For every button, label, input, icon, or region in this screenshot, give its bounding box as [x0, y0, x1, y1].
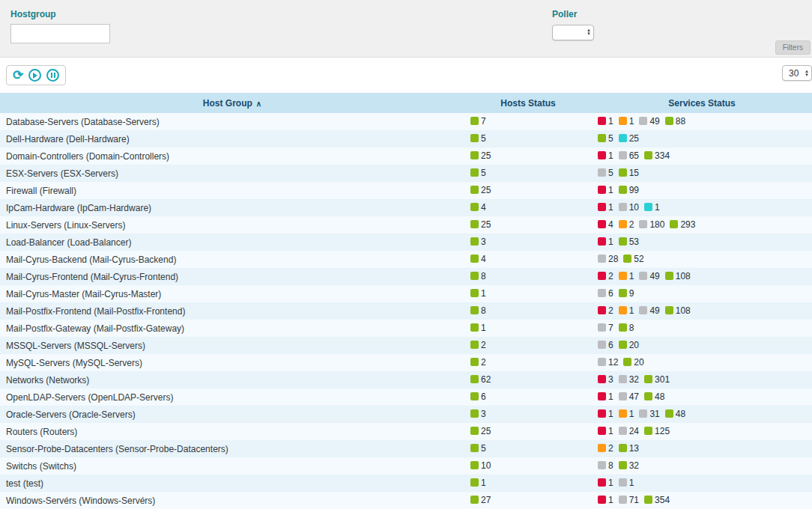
unknown-status-badge: 24 [619, 426, 639, 436]
hostgroup-link[interactable]: ESX-Servers (ESX-Servers) [6, 168, 118, 179]
services-status-cell: 171354 [592, 492, 812, 509]
ok-square-icon [665, 272, 673, 280]
hostgroup-link[interactable]: Switchs (Switchs) [6, 461, 76, 472]
hostgroup-link[interactable]: Mail-Cyrus-Master (Mail-Cyrus-Master) [6, 289, 161, 299]
poller-select[interactable]: ▲▼ [552, 25, 594, 40]
status-count: 49 [649, 271, 659, 281]
hostgroup-input[interactable] [10, 24, 110, 43]
table-row: Mail-Cyrus-Master (Mail-Cyrus-Master)169 [0, 285, 812, 302]
hostgroup-link[interactable]: Oracle-Servers (Oracle-Servers) [6, 409, 136, 420]
host-group-header[interactable]: Host Group∧ [0, 93, 464, 113]
status-count: 1 [608, 426, 613, 436]
critical-square-icon [598, 203, 606, 211]
hostgroup-link[interactable]: Mail-Postfix-Frontend (Mail-Postfix-Fron… [6, 306, 185, 317]
pause-button[interactable] [46, 69, 59, 82]
services-status-cell: 124125 [592, 423, 812, 440]
hostgroup-link[interactable]: Linux-Servers (Linux-Servers) [6, 220, 125, 231]
hostgroup-link[interactable]: IpCam-Hardware (IpCam-Hardware) [6, 203, 151, 213]
status-count: 13 [629, 443, 639, 454]
critical-status-badge: 1 [598, 202, 613, 213]
status-count: 32 [629, 460, 639, 471]
status-count: 25 [481, 150, 491, 161]
unknown-status-badge: 8 [598, 460, 613, 471]
unknown-square-icon [619, 151, 627, 159]
hosts-status-header[interactable]: Hosts Status [464, 93, 592, 113]
up-status-badge: 1 [470, 323, 486, 333]
hostgroup-link[interactable]: Mail-Cyrus-Frontend (Mail-Cyrus-Frontend… [6, 272, 178, 282]
status-count: 53 [629, 237, 639, 247]
pending-status-badge: 1 [644, 202, 660, 213]
critical-square-icon [598, 409, 606, 418]
status-count: 99 [629, 185, 639, 195]
critical-status-badge: 1 [598, 237, 613, 247]
status-count: 15 [629, 168, 639, 178]
hostgroup-status-table: Host Group∧ Hosts Status Services Status… [0, 93, 812, 509]
warning-square-icon [598, 444, 606, 452]
status-count: 1 [608, 116, 613, 127]
hostgroup-link[interactable]: Database-Servers (Database-Servers) [6, 117, 160, 127]
status-count: 24 [629, 426, 639, 436]
critical-square-icon [598, 117, 606, 125]
services-status-header[interactable]: Services Status [592, 93, 812, 113]
status-count: 10 [629, 202, 639, 213]
hostgroup-link[interactable]: Mail-Postfix-Gateway (Mail-Postfix-Gatew… [6, 323, 184, 334]
hostgroup-link[interactable]: Load-Balancer (Load-Balancer) [6, 237, 131, 248]
up-square-icon [470, 237, 479, 246]
hostgroup-link[interactable]: Mail-Cyrus-Backend (Mail-Cyrus-Backend) [6, 255, 176, 265]
up-status-badge: 8 [470, 305, 486, 316]
hostgroup-link[interactable]: Networks (Networks) [6, 375, 89, 385]
hostgroup-link[interactable]: Sensor-Probe-Datacenters (Sensor-Probe-D… [6, 444, 228, 454]
hostgroup-link[interactable]: OpenLDAP-Servers (OpenLDAP-Servers) [6, 392, 173, 403]
status-count: 1 [608, 185, 613, 195]
hosts-status-cell: 25 [464, 147, 592, 165]
ok-status-badge: 354 [644, 495, 670, 505]
status-count: 2 [608, 305, 613, 316]
hostgroup-link[interactable]: MySQL-Servers (MySQL-Servers) [6, 358, 142, 368]
filters-button[interactable]: Filters [775, 40, 811, 55]
hostgroup-link[interactable]: Dell-Hardware (Dell-Hardware) [6, 134, 130, 144]
rows-per-page-select[interactable]: 30 ▲▼ [782, 65, 812, 81]
play-button[interactable] [28, 69, 41, 82]
status-count: 180 [649, 219, 664, 230]
status-count: 1 [655, 202, 660, 213]
up-square-icon [470, 444, 479, 452]
ok-square-icon [598, 134, 606, 142]
critical-square-icon [598, 237, 606, 246]
services-status-cell: 1101 [592, 199, 812, 216]
up-square-icon [470, 341, 479, 349]
up-square-icon [470, 168, 479, 177]
table-row: Domain-Controllers (Domain-Controllers)2… [0, 147, 812, 165]
hostgroup-link[interactable]: test (test) [6, 478, 43, 489]
unknown-status-badge: 6 [598, 288, 613, 299]
unknown-square-icon [598, 168, 606, 177]
hostgroup-link[interactable]: Windows-Servérs (Windows-Servérs) [6, 496, 155, 506]
up-status-badge: 6 [470, 391, 486, 402]
ok-square-icon [644, 151, 652, 159]
services-status-cell: 78 [592, 320, 812, 337]
hostgroup-link[interactable]: Routers (Routers) [6, 427, 77, 437]
unknown-square-icon [619, 392, 627, 400]
status-count: 65 [629, 150, 639, 161]
status-count: 1 [629, 409, 634, 419]
hosts-status-cell: 5 [464, 165, 592, 182]
status-count: 20 [634, 357, 643, 368]
critical-square-icon [598, 220, 606, 228]
table-row: Dell-Hardware (Dell-Hardware)5525 [0, 130, 812, 147]
hosts-status-cell: 1 [464, 285, 592, 302]
pending-square-icon [619, 134, 627, 142]
ok-square-icon [623, 358, 631, 366]
sort-asc-icon: ∧ [256, 100, 261, 108]
critical-status-badge: 1 [598, 478, 613, 488]
status-count: 52 [634, 254, 643, 264]
up-square-icon [470, 323, 479, 332]
warning-status-badge: 1 [619, 409, 634, 419]
status-count: 6 [608, 288, 613, 299]
status-count: 12 [608, 357, 618, 368]
refresh-button[interactable]: ⟳ [13, 69, 23, 82]
up-status-badge: 5 [470, 443, 486, 454]
critical-status-badge: 1 [598, 116, 613, 127]
status-count: 1 [608, 150, 613, 161]
hostgroup-link[interactable]: Firewall (Firewall) [6, 186, 76, 196]
hostgroup-link[interactable]: Domain-Controllers (Domain-Controllers) [6, 151, 169, 162]
hostgroup-link[interactable]: MSSQL-Servers (MSSQL-Servers) [6, 341, 145, 351]
